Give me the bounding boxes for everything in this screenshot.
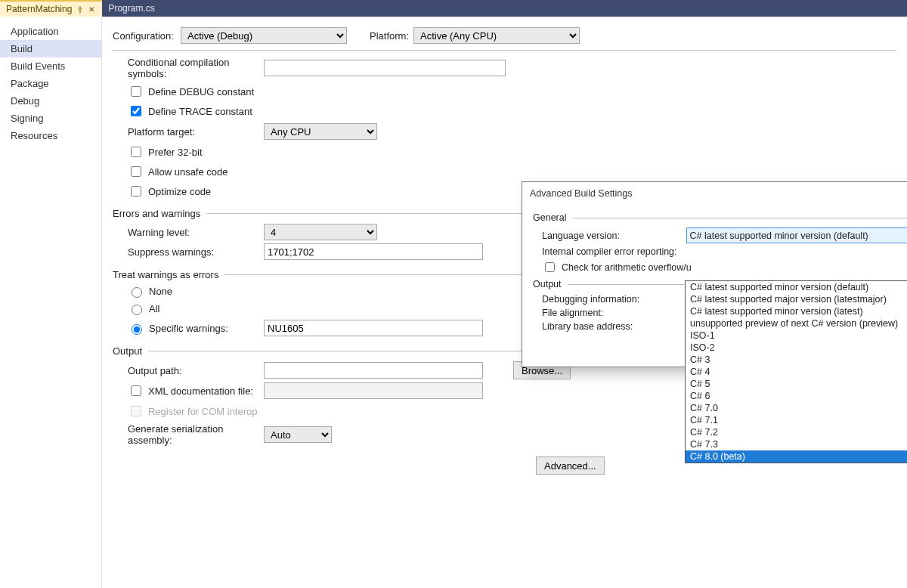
build-page-content: Configuration: Active (Debug) Platform: …: [102, 17, 907, 588]
sidenav-build[interactable]: Build: [0, 40, 101, 57]
platform-label: Platform:: [370, 30, 409, 42]
lang-option[interactable]: C# latest supported minor version (lates…: [686, 305, 907, 317]
xml-doc-checkbox[interactable]: XML documentation file:: [113, 383, 264, 398]
prefer32-checkbox[interactable]: Prefer 32-bit: [113, 144, 896, 159]
lang-option[interactable]: ISO-2: [686, 342, 907, 354]
gensa-select[interactable]: Auto: [264, 426, 332, 443]
tab-label: PatternMatching: [6, 4, 72, 14]
unsafe-checkbox[interactable]: Allow unsafe code: [113, 164, 896, 179]
lang-version-dropdown[interactable]: C# latest supported minor version (defau…: [685, 280, 907, 463]
warning-level-select[interactable]: 4: [264, 224, 377, 240]
platform-select[interactable]: Active (Any CPU): [413, 27, 580, 44]
advanced-build-dialog: Advanced Build Settings ? ✕ General Lang…: [522, 181, 907, 367]
pin-icon[interactable]: [76, 5, 84, 13]
gensa-label: Generate serialization assembly:: [113, 423, 264, 446]
debug-const-checkbox[interactable]: Define DEBUG constant: [113, 84, 896, 99]
internal-error-label: Internal compiler error reporting:: [542, 246, 687, 257]
suppress-warnings-label: Suppress warnings:: [113, 246, 264, 258]
lang-option[interactable]: ISO-1: [686, 330, 907, 342]
lang-option[interactable]: C# 6: [686, 390, 907, 402]
lang-option[interactable]: C# 4: [686, 366, 907, 378]
dialog-general-heading: General: [533, 212, 907, 223]
platform-target-select[interactable]: Any CPU: [264, 123, 377, 140]
arith-overflow-checkbox[interactable]: Check for arithmetic overflow/u: [533, 260, 907, 274]
debuginfo-label: Debugging information:: [542, 294, 687, 305]
configuration-label: Configuration:: [113, 30, 181, 42]
specific-warnings-input[interactable]: [264, 320, 483, 336]
sidenav-signing[interactable]: Signing: [0, 110, 101, 127]
platform-target-label: Platform target:: [113, 126, 264, 138]
tab-patternmatching[interactable]: PatternMatching ✕: [0, 0, 102, 17]
trace-const-checkbox[interactable]: Define TRACE constant: [113, 104, 896, 119]
lang-option[interactable]: C# 7.1: [686, 414, 907, 426]
lang-option[interactable]: C# 7.2: [686, 426, 907, 438]
document-tab-bar: PatternMatching ✕ Program.cs: [0, 0, 907, 17]
sidenav-build-events[interactable]: Build Events: [0, 57, 101, 75]
libbase-label: Library base address:: [542, 321, 687, 332]
outpath-input[interactable]: [264, 362, 483, 379]
lang-option[interactable]: C# 5: [686, 378, 907, 390]
properties-side-nav: Application Build Build Events Package D…: [0, 17, 102, 588]
treat-specific-radio[interactable]: Specific warnings:: [113, 322, 264, 335]
sidenav-debug[interactable]: Debug: [0, 92, 101, 110]
lang-option[interactable]: unsupported preview of next C# version (…: [686, 317, 907, 330]
cond-sym-input[interactable]: [264, 60, 506, 76]
lang-option[interactable]: C# latest supported minor version (defau…: [686, 281, 907, 293]
lang-option[interactable]: C# 3: [686, 354, 907, 366]
configuration-select[interactable]: Active (Debug): [181, 27, 347, 44]
filealign-label: File alignment:: [542, 308, 687, 318]
sidenav-resources[interactable]: Resources: [0, 127, 101, 144]
lang-version-combo[interactable]: C# latest supported minor version (defau…: [686, 227, 907, 243]
dialog-title-bar[interactable]: Advanced Build Settings ? ✕: [522, 182, 907, 205]
xml-doc-input: [264, 382, 483, 399]
sidenav-package[interactable]: Package: [0, 75, 101, 92]
lang-option[interactable]: C# 7.3: [686, 438, 907, 450]
advanced-button[interactable]: Advanced...: [536, 456, 605, 475]
close-icon[interactable]: ✕: [88, 5, 94, 14]
lang-version-value: C# latest supported minor version (defau…: [690, 231, 868, 241]
tab-program[interactable]: Program.cs: [102, 0, 162, 17]
tab-label: Program.cs: [108, 3, 154, 14]
lang-option[interactable]: C# 7.0: [686, 402, 907, 414]
dialog-title-text: Advanced Build Settings: [530, 188, 633, 199]
lang-option[interactable]: C# latest supported major version (lates…: [686, 293, 907, 305]
sidenav-application[interactable]: Application: [0, 23, 101, 40]
outpath-label: Output path:: [113, 365, 264, 376]
lang-version-label: Language version:: [542, 231, 686, 241]
cond-sym-label: Conditional compilation symbols:: [113, 57, 264, 79]
lang-option[interactable]: C# 8.0 (beta): [686, 450, 907, 463]
warning-level-label: Warning level:: [113, 227, 264, 238]
suppress-warnings-input[interactable]: [264, 243, 483, 260]
